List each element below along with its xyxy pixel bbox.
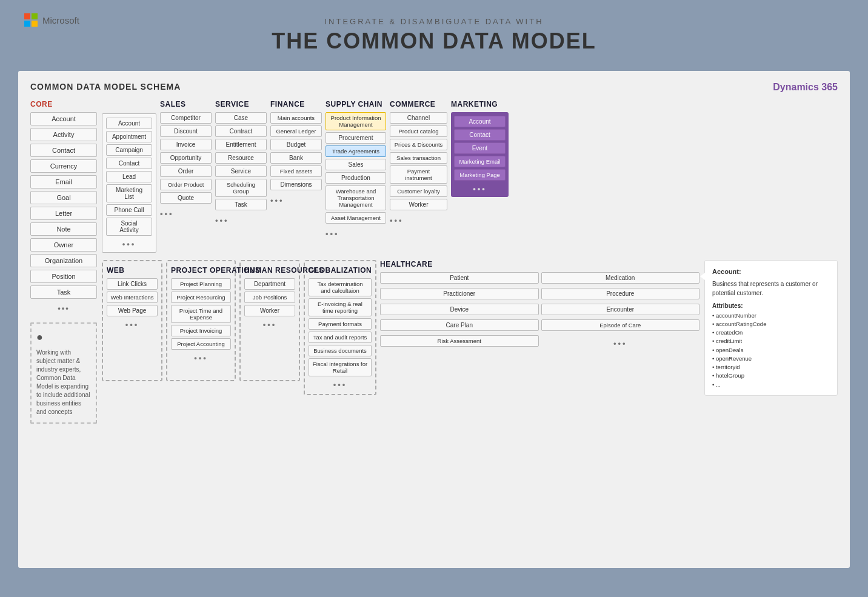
top-categories: Account Appointment Campaign Contact Lea… (102, 100, 838, 253)
po-accounting: Project Accounting (171, 338, 231, 350)
po-planning: Project Planning (171, 278, 231, 290)
glob-fiscal: Fiscal integrations for Retail (309, 358, 372, 376)
header-subtitle: Integrate & Disambiguate Data With (0, 17, 868, 26)
sc-ellipsis: ••• (326, 229, 339, 238)
header-title: The Common Data Model (0, 28, 868, 54)
core-item-email: Email (30, 175, 97, 188)
core-label: CORE (30, 100, 97, 108)
service-contract: Contract (215, 125, 267, 137)
sales-ellipsis: ••• (160, 209, 174, 218)
commerce-product-catalog: Product catalog (390, 125, 447, 137)
po-ellipsis: ••• (171, 353, 231, 362)
core-item-owner: Owner (30, 238, 97, 252)
globalization-col: GLOBALIZATION Tax determination and calc… (304, 260, 376, 395)
attr-hotelGroup: hotelGroup (712, 372, 830, 380)
supply-chain-col: SUPPLY CHAIN Product Information Managem… (326, 100, 386, 238)
finance-dimensions: Dimensions (270, 179, 322, 190)
finance-main-accounts: Main accounts (270, 112, 322, 124)
core-item-note: Note (30, 222, 97, 236)
hc-device: Device (380, 304, 539, 315)
marketing-email: Marketing Email (454, 156, 506, 167)
categories-grid: Account Appointment Campaign Contact Lea… (102, 100, 838, 396)
po-resourcing: Project Resourcing (171, 292, 231, 303)
hc-practicioner: Practicioner (380, 288, 539, 299)
ms-logo: Microsoft (24, 13, 79, 27)
attr-accountNumber: accountNumber (712, 312, 830, 320)
hr-header: HUMAN RESOURCES (244, 266, 295, 275)
bottom-categories: WEB Link Clicks Web Interactions Web Pag… (102, 260, 838, 396)
sc-warehouse: Warehouse and Transportation Management (326, 185, 386, 210)
glob-einvoice: E-invoicing & real time reporting (309, 298, 372, 316)
expand-note: ● Working with subject matter & industry… (30, 322, 97, 424)
sc-trade-agreements: Trade Agreements (326, 145, 386, 157)
sales-competitor: Competitor (160, 112, 212, 124)
service-resource: Resource (215, 152, 267, 164)
hc-patient: Patient (380, 272, 539, 284)
tooltip-attr-label: Attributes: (712, 301, 830, 310)
commerce-payment: Payment instrument (390, 165, 447, 184)
healthcare-grid: Patient Practicioner Device Care Plan Ri… (380, 272, 699, 349)
core-section: CORE Account Activity Contact Currency E… (30, 100, 97, 424)
service-ellipsis: ••• (215, 216, 229, 225)
tooltip-desc: Business that represents a customer or p… (712, 279, 830, 298)
commerce-header: COMMERCE (390, 100, 435, 108)
marketing-header: MARKETING (451, 100, 498, 108)
sales-invoice: Invoice (160, 139, 212, 150)
hc-risk-assessment: Risk Assessment (380, 335, 539, 347)
finance-budget: Budget (270, 139, 322, 150)
expand-note-text: Working with subject matter & industry e… (36, 349, 90, 415)
attr-territoryid: territoryid (712, 363, 830, 372)
core-item-task: Task (30, 285, 97, 299)
globalization-header: GLOBALIZATION (309, 266, 372, 275)
core-ellipsis: ••• (30, 304, 97, 313)
diagram-box: COMMON DATA MODEL SCHEMA Dynamics 365 CO… (18, 71, 850, 568)
web-interactions: Web Interactions (107, 292, 158, 303)
finance-header: FINANCE (270, 100, 305, 108)
web-col: WEB Link Clicks Web Interactions Web Pag… (102, 260, 162, 381)
hc-encounter: Encounter (541, 304, 700, 315)
account-tooltip: Account: Business that represents a cust… (704, 260, 838, 396)
marketing-col: MARKETING Account Contact Event Marketin… (451, 100, 509, 197)
inner-category-col: Account Appointment Campaign Contact Lea… (102, 100, 156, 253)
project-ops-col: PROJECT OPERATIONS Project Planning Proj… (166, 260, 236, 381)
finance-ellipsis: ••• (270, 196, 284, 205)
marketing-ellipsis: ••• (454, 184, 506, 193)
sales-col: SALES Competitor Discount Invoice Opport… (160, 100, 212, 218)
web-page: Web Page (107, 305, 158, 316)
marketing-event: Event (454, 142, 506, 154)
ms-logo-text: Microsoft (42, 15, 79, 25)
sc-asset-management: Asset Management (326, 212, 386, 224)
sales-discount: Discount (160, 125, 212, 137)
web-link-clicks: Link Clicks (107, 278, 158, 290)
glob-business-docs: Business documents (309, 345, 372, 356)
healthcare-section: HEALTHCARE Patient Practicioner Device C… (380, 260, 838, 396)
sales-header: SALES (160, 100, 186, 108)
core-item-goal: Goal (30, 191, 97, 204)
hc-medication: Medication (541, 272, 700, 284)
glob-tax-det: Tax determination and calcultaion (309, 278, 372, 296)
inner-ellipsis: ••• (106, 239, 152, 248)
inner-marketing-list: Marketing List (106, 184, 152, 202)
service-task: Task (215, 199, 267, 210)
po-invoicing: Project Invoicing (171, 325, 231, 336)
schema-title: COMMON DATA MODEL SCHEMA (30, 82, 838, 92)
sc-production: Production (326, 172, 386, 184)
core-item-currency: Currency (30, 159, 97, 173)
attr-openDeals: openDeals (712, 346, 830, 355)
attr-more: ... (712, 381, 830, 389)
commerce-ellipsis: ••• (390, 216, 404, 225)
hc-episode: Episode of Care (541, 319, 700, 331)
core-item-letter: Letter (30, 207, 97, 220)
sales-quote: Quote (160, 192, 212, 204)
healthcare-header: HEALTHCARE (380, 260, 699, 268)
inner-contact: Contact (106, 158, 152, 169)
hc-procedure: Procedure (541, 288, 700, 299)
supply-chain-header: SUPPLY CHAIN (326, 100, 382, 108)
tooltip-title: Account: (712, 267, 830, 277)
attr-creditLimit: creditLimit (712, 337, 830, 345)
inner-lead: Lead (106, 171, 152, 182)
core-item-position: Position (30, 270, 97, 283)
marketing-contact: Contact (454, 129, 506, 141)
commerce-prices: Prices & Discounts (390, 139, 447, 150)
hr-department: Department (244, 278, 295, 290)
